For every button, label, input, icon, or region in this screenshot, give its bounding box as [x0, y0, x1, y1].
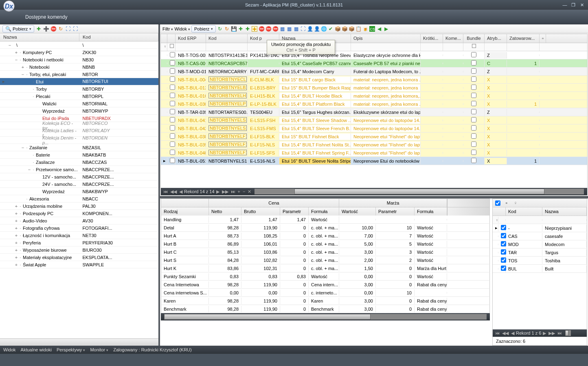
- pcol-parametr[interactable]: Parametr: [280, 207, 309, 216]
- tb-struct1-icon[interactable]: ⛶: [300, 26, 306, 32]
- tree-header-code[interactable]: Kod: [79, 33, 158, 41]
- price-row[interactable]: Hurt C85,13103,860c. obl. + ma...3,003Wa…: [161, 248, 490, 256]
- tree-row[interactable]: +·Audio-VideoAV30: [0, 217, 158, 224]
- price-grid-body[interactable]: Handling1,471,471,47WartośćDetal98,28119…: [161, 216, 490, 313]
- link-icon[interactable]: ⛶: [65, 26, 71, 32]
- col-zatowarowanie[interactable]: Zatowarow...: [507, 34, 540, 43]
- fcol-nazwa[interactable]: Nazwa: [542, 207, 587, 216]
- nav-next-icon[interactable]: ▶: [215, 189, 220, 194]
- tb-user1-icon[interactable]: 👤: [307, 26, 313, 32]
- tb-promo-icon[interactable]: ✚: [252, 26, 257, 32]
- tb-grid1-icon[interactable]: ▦: [279, 26, 285, 32]
- tb-nav-prev-icon[interactable]: ◀: [376, 26, 382, 32]
- col-bundle[interactable]: Bundle: [463, 34, 485, 43]
- grid-row[interactable]: NB-T-BUL-012NBTORBTNYELB15BRE-LB15-BRYEt…: [161, 84, 587, 92]
- pcol-brutto[interactable]: Brutto: [241, 207, 280, 216]
- price-row[interactable]: Detal98,28119,900c. obl. + ma...10,0010W…: [161, 224, 490, 232]
- tree-row[interactable]: WalizkiNBTORWAL: [0, 100, 158, 107]
- grid-hscroll[interactable]: [255, 189, 584, 194]
- filter-row[interactable]: TOSToshiba: [493, 257, 587, 265]
- tb-beer-icon[interactable]: 🍺: [362, 26, 368, 32]
- tb-reload-icon[interactable]: ↻: [224, 26, 230, 32]
- tb-del1-icon[interactable]: ⛔: [259, 26, 264, 32]
- fcol-kod[interactable]: Kod: [506, 207, 542, 216]
- grid-row[interactable]: NB-T-CAS-006NBTORCASPCB57Etui 15,4" Case…: [161, 59, 587, 68]
- tb-grid2-icon[interactable]: ▦: [286, 26, 292, 32]
- status-aktualne[interactable]: Aktualne widoki: [21, 347, 52, 352]
- refresh-icon[interactable]: ↻: [58, 26, 64, 32]
- tb-del3-icon[interactable]: ⛔: [272, 26, 278, 32]
- tree-row[interactable]: +·Świat AppleSWAPPLE: [0, 261, 158, 268]
- tb-csv-icon[interactable]: CSV: [369, 26, 375, 32]
- col-komentarz[interactable]: Kome...: [443, 34, 463, 43]
- filtr-dropdown[interactable]: Filtr ▾: [162, 26, 173, 31]
- tree-row[interactable]: +·Wyposażenie biuroweBIURO30: [0, 246, 158, 254]
- tb-add1-icon[interactable]: ✚: [238, 26, 244, 32]
- price-row[interactable]: Cena internetowa S...0,000,000c. interne…: [161, 289, 490, 297]
- filter-row[interactable]: MODModecom: [493, 240, 587, 248]
- price-row[interactable]: Hurt K83,86102,310c. obl. + ma...1,500Ma…: [161, 264, 490, 272]
- tree-row[interactable]: −\\: [0, 41, 158, 49]
- tree-row[interactable]: −·Przetwornice samo...NBACCPRZE...: [0, 166, 158, 173]
- grid-row[interactable]: NB-T-BUL-041NBTORBTNYELS15FSE-LS15-FSHEt…: [161, 116, 587, 124]
- pcol-netto[interactable]: Netto: [209, 207, 241, 216]
- tree-header-name[interactable]: Nazwa: [0, 33, 79, 41]
- filter-funnel-icon[interactable]: ♀: [513, 200, 518, 206]
- tree-row[interactable]: +·PeryferiaPERYFERIA30: [0, 239, 158, 246]
- tree-row[interactable]: +·Podzespoły PCKOMPONEN...: [0, 210, 158, 217]
- minimize-button[interactable]: —: [562, 2, 568, 7]
- close-button[interactable]: ✕: [579, 2, 585, 7]
- grid-row[interactable]: NB-T-BUL-038NBTORBTNYELF15BLE-LF15-BLKEt…: [161, 133, 587, 141]
- tree-row[interactable]: ·ZasilaczeNBACCZAS: [0, 159, 158, 166]
- grid-row[interactable]: NB-T-BUL-040NBTORBTNYELF15SFE-LF15-SFSEt…: [161, 149, 587, 157]
- pcol-rodzaj[interactable]: Rodzaj: [161, 207, 209, 216]
- tb-check-icon[interactable]: ✔: [328, 26, 333, 32]
- price-row[interactable]: Karen98,28119,900Karen3,000Rabat dla cen…: [161, 297, 490, 305]
- nav-prevpage-icon[interactable]: ◀◀: [169, 189, 178, 194]
- nav-first-icon[interactable]: ⏮: [162, 189, 169, 194]
- price-row[interactable]: Hurt S84,28102,820c. obl. + ma...2,002Wa…: [161, 256, 490, 264]
- filter-row[interactable]: BULBuilt: [493, 265, 587, 273]
- col-atrybuty[interactable]: Atryb...: [485, 34, 507, 43]
- grid-row[interactable]: NB-T-BUL-042NBTORBTNYELS15FME-LS15-FMSEt…: [161, 124, 587, 133]
- tree-row[interactable]: +·Urządzenia mobilnePAL30: [0, 203, 158, 210]
- col-opis[interactable]: Opis: [351, 34, 421, 43]
- grid-row[interactable]: NB-T-MOD-017NBTORMCCARRYFUT-MC-CARRYEtui…: [161, 68, 587, 76]
- grid-row[interactable]: NB-T-BUL-016NBTORBTNYELH15BLE-LH15-BLKEt…: [161, 92, 587, 100]
- nav-nextpage-icon[interactable]: ▶▶: [221, 189, 229, 194]
- tree-row[interactable]: 12V - samocho...NBACCPRZE...: [0, 173, 158, 181]
- tb-del2-icon[interactable]: ⛔: [265, 26, 271, 32]
- tree-body[interactable]: −\\+·Komputery PCZKK30−·Notebooki i netb…: [0, 41, 158, 338]
- filter-row[interactable]: TARTargus: [493, 248, 587, 257]
- price-row[interactable]: Hurt A88,73108,250c. obl. + ma...7,007Wa…: [161, 232, 490, 240]
- filter-search-row[interactable]: ♀: [493, 216, 587, 224]
- price-row[interactable]: Cena Internetowa98,28119,900Cena intern.…: [161, 281, 490, 289]
- tree-hscroll[interactable]: [0, 338, 158, 346]
- grid-row[interactable]: NB-T-TAR-039NBTORTARTES00...TES004EUEtui…: [161, 108, 587, 116]
- tree-row[interactable]: +·Fotografia cyfrowaFOTOGRAFI...: [0, 224, 158, 232]
- filter-row[interactable]: ▸-Nieprzypisani: [493, 224, 587, 232]
- tb-box3-icon[interactable]: 📦: [349, 26, 354, 32]
- tree-row[interactable]: −·Torby, etui, plecakiNBTOR: [0, 71, 158, 78]
- col-kod[interactable]: Kod: [206, 34, 248, 43]
- grid-navigator[interactable]: ⏮ ◀◀ ◀ Rekord 14 z 14 ▶ ▶▶ ⏭ +−✕: [161, 188, 587, 195]
- filter-row[interactable]: CAScasesafe: [493, 232, 587, 240]
- tb-box1-icon[interactable]: 📦: [335, 26, 340, 32]
- tree-row[interactable]: +·Łączność i komunikacjaNET30: [0, 232, 158, 239]
- tree-row[interactable]: +·NotebookiNBNB: [0, 63, 158, 71]
- pobierz-right-dropdown[interactable]: Pobierz▾: [191, 25, 216, 33]
- filter-body[interactable]: ▸-NieprzypisaniCAScasesafeMODModecomTART…: [493, 224, 587, 273]
- tree-row[interactable]: ·TorbyNBTORBY: [0, 85, 158, 93]
- tree-row[interactable]: −·ZasilanieNBZASIL: [0, 144, 158, 151]
- available-commands-label[interactable]: Dostępne komendy: [25, 14, 67, 20]
- tb-add2-icon[interactable]: ✚: [245, 26, 250, 32]
- col-krotki[interactable]: Krótki...: [421, 34, 443, 43]
- nav-prev-icon[interactable]: ◀: [178, 189, 183, 194]
- tree-row[interactable]: +·Materiały eksploatacyjneEKSPLOATA...: [0, 254, 158, 261]
- tb-save-icon[interactable]: 💾: [231, 26, 237, 32]
- grid-row[interactable]: NB-T-BUL-039NBTORBTNYELF15NLE-LF15-NLSEt…: [161, 141, 587, 149]
- tree-row[interactable]: ·AkcesoriaNBACC: [0, 195, 158, 203]
- tb-world-icon[interactable]: 🌐: [321, 26, 327, 32]
- tb-user2-icon[interactable]: 👤: [314, 26, 320, 32]
- tree-row[interactable]: WyprzedażNBTORWYP: [0, 107, 158, 115]
